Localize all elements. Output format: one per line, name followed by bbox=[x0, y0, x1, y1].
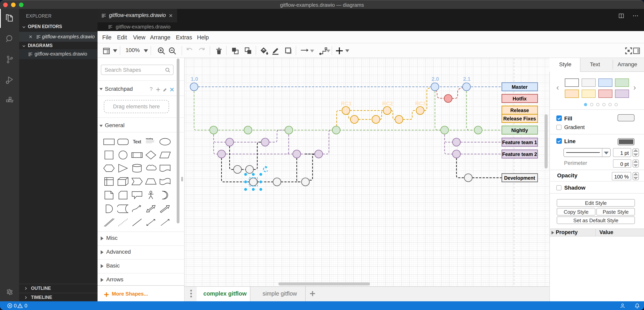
svg-text:Master: Master bbox=[512, 84, 528, 90]
svg-text:RC3: RC3 bbox=[415, 101, 426, 107]
svg-text:2.0: 2.0 bbox=[432, 76, 439, 82]
svg-text:2.1: 2.1 bbox=[463, 76, 471, 82]
svg-text:RC1: RC1 bbox=[341, 101, 352, 107]
svg-text:1.0: 1.0 bbox=[191, 76, 198, 82]
svg-text:Hotfix: Hotfix bbox=[513, 96, 527, 101]
svg-text:Feature team 1: Feature team 1 bbox=[502, 139, 537, 145]
svg-text:Release: Release bbox=[510, 108, 529, 113]
svg-text:Heading: Heading bbox=[146, 138, 153, 140]
svg-text:Drag elements here: Drag elements here bbox=[113, 104, 160, 109]
svg-text:Feature team 2: Feature team 2 bbox=[502, 151, 537, 157]
svg-text:Development: Development bbox=[504, 175, 536, 181]
svg-text:Text: Text bbox=[133, 139, 141, 144]
svg-text:Nightly: Nightly bbox=[511, 127, 528, 133]
svg-text:RC2: RC2 bbox=[382, 101, 393, 107]
svg-text:Release Fixes: Release Fixes bbox=[503, 116, 536, 121]
